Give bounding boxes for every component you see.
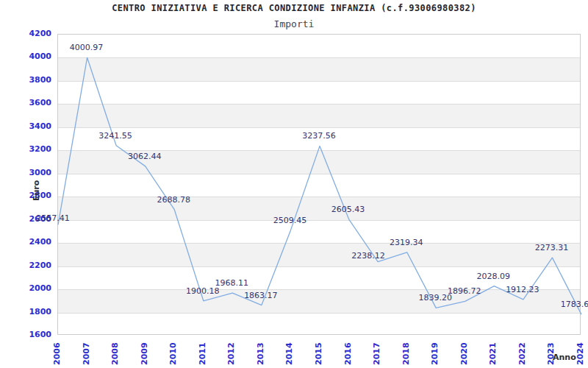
plot-area — [57, 34, 581, 335]
y-tick-label: 4200 — [0, 29, 51, 38]
y-tick-label: 2200 — [0, 261, 51, 270]
x-tick-label: 2009 — [140, 342, 149, 365]
y-tick-label: 3600 — [0, 98, 51, 107]
data-point-label: 2273.31 — [535, 244, 569, 252]
x-tick-label: 2020 — [459, 342, 469, 365]
data-point-label: 3241.55 — [98, 132, 132, 141]
x-tick-label: 2016 — [343, 342, 353, 365]
data-point-label: 2688.78 — [157, 196, 190, 205]
y-tick-label: 1600 — [0, 330, 51, 339]
data-point-label: 2605.43 — [331, 205, 365, 214]
x-tick-label: 2024 — [576, 342, 585, 365]
data-line — [58, 35, 581, 336]
x-tick-label: 2021 — [488, 342, 498, 365]
y-tick-label: 2400 — [0, 237, 51, 247]
x-tick-label: 2017 — [372, 342, 381, 365]
data-point-label: 1900.18 — [186, 287, 220, 296]
data-point-label: 1783.6 — [561, 300, 588, 309]
x-tick-label: 2015 — [314, 342, 323, 365]
y-axis-label: Euro — [32, 180, 41, 201]
data-point-label: 2319.34 — [390, 238, 423, 247]
y-tick-label: 3800 — [0, 75, 51, 85]
y-tick-label: 3000 — [0, 168, 51, 177]
x-tick-label: 2022 — [517, 342, 527, 365]
data-point-label: 3062.44 — [128, 152, 162, 161]
x-tick-label: 2019 — [430, 342, 440, 365]
x-tick-label: 2010 — [168, 342, 178, 365]
data-point-label: 1912.23 — [506, 286, 539, 294]
x-tick-label: 2008 — [110, 342, 120, 365]
x-tick-label: 2018 — [401, 342, 411, 365]
data-point-label: 1968.11 — [215, 279, 249, 288]
x-tick-label: 2013 — [256, 342, 265, 365]
y-tick-label: 2000 — [0, 283, 51, 293]
data-point-label: 4000.97 — [70, 43, 104, 52]
chart: CENTRO INIZIATIVA E RICERCA CONDIZIONE I… — [0, 0, 588, 368]
y-tick-label: 3200 — [0, 144, 51, 154]
data-point-label: 1896.72 — [448, 287, 481, 296]
x-tick-label: 2014 — [284, 342, 294, 365]
x-tick-label: 2007 — [82, 342, 91, 365]
x-tick-label: 2006 — [52, 342, 62, 365]
y-tick-label: 3400 — [0, 121, 51, 131]
x-tick-label: 2012 — [226, 342, 236, 365]
x-axis-label: Anno — [553, 353, 576, 362]
data-point-label: 2509.45 — [273, 216, 307, 225]
data-point-label: 2238.12 — [351, 252, 385, 261]
data-point-label: 2557.41 — [36, 214, 70, 223]
data-point-label: 2028.09 — [477, 272, 511, 281]
y-tick-label: 2800 — [0, 191, 51, 200]
y-tick-label: 4000 — [0, 52, 51, 61]
y-tick-label: 1800 — [0, 307, 51, 316]
chart-subtitle: Importi — [0, 18, 588, 29]
data-point-label: 1863.17 — [244, 291, 278, 300]
x-tick-label: 2011 — [198, 342, 207, 365]
chart-title: CENTRO INIZIATIVA E RICERCA CONDIZIONE I… — [0, 3, 588, 13]
data-point-label: 3237.56 — [302, 132, 336, 141]
